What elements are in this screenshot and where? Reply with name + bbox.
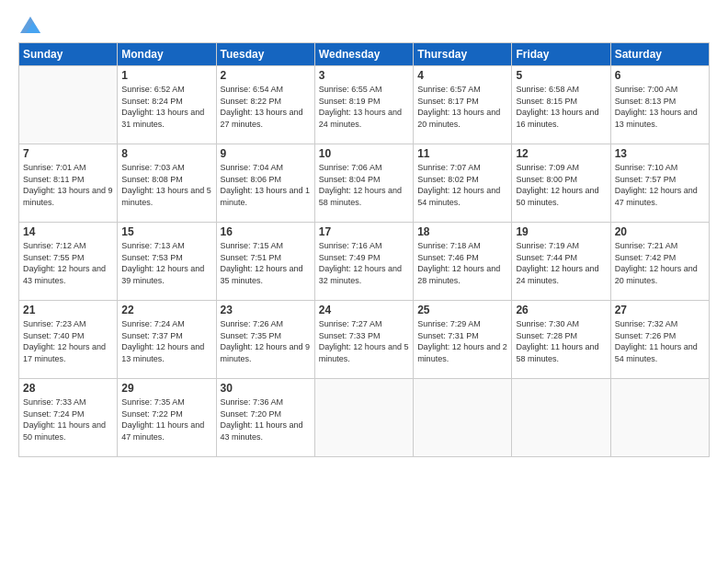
day-info: Sunrise: 7:00 AMSunset: 8:13 PMDaylight:… (615, 84, 705, 130)
calendar-cell: 4Sunrise: 6:57 AMSunset: 8:17 PMDaylight… (414, 66, 512, 144)
day-number: 11 (417, 147, 507, 160)
day-number: 2 (221, 69, 311, 82)
day-info: Sunrise: 7:21 AMSunset: 7:42 PMDaylight:… (615, 240, 705, 286)
header (18, 17, 710, 33)
day-number: 8 (121, 147, 211, 160)
calendar-cell: 26Sunrise: 7:30 AMSunset: 7:28 PMDayligh… (512, 301, 610, 379)
calendar-header-wednesday: Wednesday (314, 43, 413, 66)
day-number: 30 (221, 382, 311, 395)
calendar-cell: 28Sunrise: 7:33 AMSunset: 7:24 PMDayligh… (19, 379, 118, 457)
calendar-cell: 9Sunrise: 7:04 AMSunset: 8:06 PMDaylight… (216, 144, 314, 223)
calendar-header-thursday: Thursday (414, 43, 512, 66)
day-info: Sunrise: 7:01 AMSunset: 8:11 PMDaylight:… (23, 162, 113, 208)
day-number: 13 (615, 147, 705, 160)
day-number: 21 (23, 304, 113, 316)
calendar-cell: 6Sunrise: 7:00 AMSunset: 8:13 PMDaylight… (610, 66, 709, 144)
day-number: 5 (516, 69, 606, 82)
day-info: Sunrise: 7:36 AMSunset: 7:20 PMDaylight:… (221, 396, 311, 442)
day-number: 14 (23, 225, 113, 238)
day-number: 22 (121, 304, 211, 316)
calendar-header-sunday: Sunday (19, 43, 118, 66)
logo (18, 17, 40, 33)
day-info: Sunrise: 6:57 AMSunset: 8:17 PMDaylight:… (417, 84, 507, 130)
day-info: Sunrise: 6:52 AMSunset: 8:24 PMDaylight:… (121, 84, 211, 130)
day-number: 26 (516, 304, 606, 316)
day-info: Sunrise: 7:18 AMSunset: 7:46 PMDaylight:… (417, 240, 507, 286)
day-number: 16 (221, 225, 311, 238)
day-number: 19 (516, 225, 606, 238)
calendar-cell: 5Sunrise: 6:58 AMSunset: 8:15 PMDaylight… (512, 66, 610, 144)
calendar-week-row: 1Sunrise: 6:52 AMSunset: 8:24 PMDaylight… (19, 66, 710, 144)
calendar-cell: 17Sunrise: 7:16 AMSunset: 7:49 PMDayligh… (314, 223, 413, 301)
day-number: 6 (615, 69, 705, 82)
day-info: Sunrise: 6:55 AMSunset: 8:19 PMDaylight:… (319, 84, 409, 130)
calendar-cell (512, 379, 610, 457)
calendar-cell (414, 379, 512, 457)
calendar-cell: 30Sunrise: 7:36 AMSunset: 7:20 PMDayligh… (216, 379, 314, 457)
calendar-header-saturday: Saturday (610, 43, 709, 66)
calendar-cell: 18Sunrise: 7:18 AMSunset: 7:46 PMDayligh… (414, 223, 512, 301)
day-info: Sunrise: 7:15 AMSunset: 7:51 PMDaylight:… (221, 240, 311, 286)
calendar: SundayMondayTuesdayWednesdayThursdayFrid… (18, 42, 710, 457)
calendar-header-monday: Monday (118, 43, 216, 66)
calendar-cell: 19Sunrise: 7:19 AMSunset: 7:44 PMDayligh… (512, 223, 610, 301)
calendar-cell: 11Sunrise: 7:07 AMSunset: 8:02 PMDayligh… (414, 144, 512, 223)
calendar-cell (610, 379, 709, 457)
day-number: 29 (121, 382, 211, 395)
calendar-cell: 1Sunrise: 6:52 AMSunset: 8:24 PMDaylight… (118, 66, 216, 144)
page: SundayMondayTuesdayWednesdayThursdayFrid… (0, 0, 728, 563)
day-info: Sunrise: 7:32 AMSunset: 7:26 PMDaylight:… (615, 318, 705, 364)
day-number: 24 (319, 304, 409, 316)
calendar-cell: 13Sunrise: 7:10 AMSunset: 7:57 PMDayligh… (610, 144, 709, 223)
day-info: Sunrise: 7:27 AMSunset: 7:33 PMDaylight:… (319, 318, 409, 364)
day-info: Sunrise: 7:23 AMSunset: 7:40 PMDaylight:… (23, 318, 113, 364)
calendar-cell: 20Sunrise: 7:21 AMSunset: 7:42 PMDayligh… (610, 223, 709, 301)
day-info: Sunrise: 7:03 AMSunset: 8:08 PMDaylight:… (121, 162, 211, 208)
day-info: Sunrise: 7:12 AMSunset: 7:55 PMDaylight:… (23, 240, 113, 286)
calendar-cell: 21Sunrise: 7:23 AMSunset: 7:40 PMDayligh… (19, 301, 118, 379)
day-number: 18 (417, 225, 507, 238)
calendar-week-row: 7Sunrise: 7:01 AMSunset: 8:11 PMDaylight… (19, 144, 710, 223)
day-info: Sunrise: 7:10 AMSunset: 7:57 PMDaylight:… (615, 162, 705, 208)
calendar-cell: 23Sunrise: 7:26 AMSunset: 7:35 PMDayligh… (216, 301, 314, 379)
calendar-cell: 24Sunrise: 7:27 AMSunset: 7:33 PMDayligh… (314, 301, 413, 379)
day-info: Sunrise: 7:13 AMSunset: 7:53 PMDaylight:… (121, 240, 211, 286)
calendar-cell (19, 66, 118, 144)
calendar-cell: 8Sunrise: 7:03 AMSunset: 8:08 PMDaylight… (118, 144, 216, 223)
day-number: 27 (615, 304, 705, 316)
day-number: 4 (417, 69, 507, 82)
calendar-week-row: 21Sunrise: 7:23 AMSunset: 7:40 PMDayligh… (19, 301, 710, 379)
day-number: 3 (319, 69, 409, 82)
calendar-cell: 16Sunrise: 7:15 AMSunset: 7:51 PMDayligh… (216, 223, 314, 301)
calendar-cell: 27Sunrise: 7:32 AMSunset: 7:26 PMDayligh… (610, 301, 709, 379)
day-number: 1 (121, 69, 211, 82)
day-info: Sunrise: 7:26 AMSunset: 7:35 PMDaylight:… (221, 318, 311, 364)
day-info: Sunrise: 7:07 AMSunset: 8:02 PMDaylight:… (417, 162, 507, 208)
calendar-cell: 15Sunrise: 7:13 AMSunset: 7:53 PMDayligh… (118, 223, 216, 301)
calendar-cell: 22Sunrise: 7:24 AMSunset: 7:37 PMDayligh… (118, 301, 216, 379)
day-info: Sunrise: 7:16 AMSunset: 7:49 PMDaylight:… (319, 240, 409, 286)
calendar-cell: 3Sunrise: 6:55 AMSunset: 8:19 PMDaylight… (314, 66, 413, 144)
day-number: 7 (23, 147, 113, 160)
calendar-cell: 2Sunrise: 6:54 AMSunset: 8:22 PMDaylight… (216, 66, 314, 144)
day-info: Sunrise: 7:35 AMSunset: 7:22 PMDaylight:… (121, 396, 211, 442)
calendar-cell: 7Sunrise: 7:01 AMSunset: 8:11 PMDaylight… (19, 144, 118, 223)
calendar-header-tuesday: Tuesday (216, 43, 314, 66)
day-info: Sunrise: 7:06 AMSunset: 8:04 PMDaylight:… (319, 162, 409, 208)
day-number: 20 (615, 225, 705, 238)
day-number: 12 (516, 147, 606, 160)
calendar-cell: 29Sunrise: 7:35 AMSunset: 7:22 PMDayligh… (118, 379, 216, 457)
day-info: Sunrise: 7:09 AMSunset: 8:00 PMDaylight:… (516, 162, 606, 208)
calendar-cell (314, 379, 413, 457)
calendar-header-row: SundayMondayTuesdayWednesdayThursdayFrid… (19, 43, 710, 66)
logo-icon (20, 17, 40, 33)
day-number: 15 (121, 225, 211, 238)
day-number: 25 (417, 304, 507, 316)
day-info: Sunrise: 6:54 AMSunset: 8:22 PMDaylight:… (221, 84, 311, 130)
day-info: Sunrise: 7:19 AMSunset: 7:44 PMDaylight:… (516, 240, 606, 286)
day-info: Sunrise: 7:04 AMSunset: 8:06 PMDaylight:… (221, 162, 311, 208)
day-number: 23 (221, 304, 311, 316)
day-number: 10 (319, 147, 409, 160)
day-info: Sunrise: 7:29 AMSunset: 7:31 PMDaylight:… (417, 318, 507, 364)
calendar-cell: 10Sunrise: 7:06 AMSunset: 8:04 PMDayligh… (314, 144, 413, 223)
